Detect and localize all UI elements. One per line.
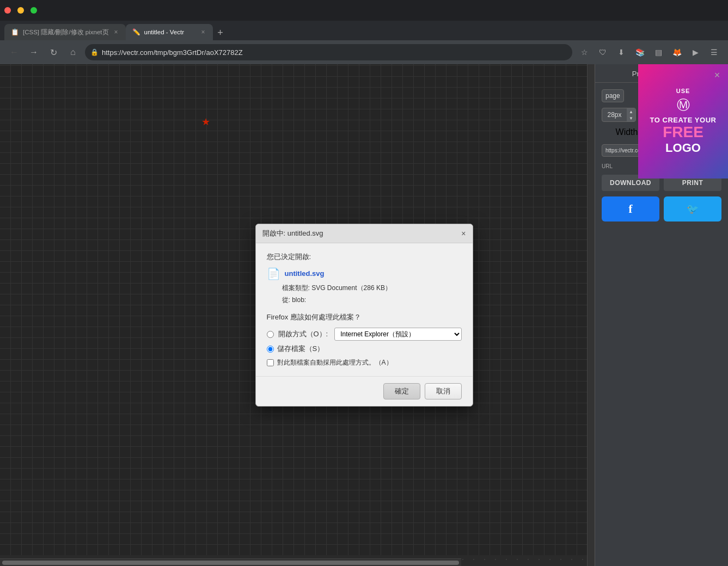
dialog-body: 您已決定開啟: 📄 untitled.svg 檔案類型: SVG Documen… <box>256 243 473 376</box>
forward-button[interactable]: → <box>26 45 41 60</box>
auto-checkbox-row: 對此類檔案自動採用此處理方式。（A） <box>267 358 462 367</box>
download-icon[interactable]: ⬇ <box>614 45 629 60</box>
dialog-question: Firefox 應該如何處理此檔案？ <box>267 312 462 322</box>
title-bar-controls <box>4 7 37 14</box>
dialog-decided-label: 您已決定開啟: <box>267 252 462 262</box>
tab1-favicon: 📋 <box>11 28 19 36</box>
tab1-close-button[interactable]: × <box>113 27 119 37</box>
browser-tab-2[interactable]: ✏️ untitled - Vectr × <box>126 24 213 40</box>
home-button[interactable]: ⌂ <box>65 45 81 60</box>
dialog-close-button[interactable]: × <box>461 229 466 238</box>
dialog-title-bar: 開啟中: untitled.svg × <box>256 224 473 243</box>
library-icon[interactable]: 📚 <box>632 45 647 60</box>
youtube-icon[interactable]: ▶ <box>688 45 703 60</box>
dialog-overlay: 開啟中: untitled.svg × 您已決定開啟: 📄 untitled.s… <box>0 64 728 566</box>
close-window-button[interactable] <box>30 7 37 14</box>
new-tab-button[interactable]: + <box>213 25 228 40</box>
file-download-dialog: 開啟中: untitled.svg × 您已決定開啟: 📄 untitled.s… <box>255 224 473 407</box>
lock-icon: 🔒 <box>90 48 99 56</box>
browser-frame: 📋 [CSS] 隱藏/刪除/修改 pixnet页 × ✏️ untitled -… <box>0 0 728 566</box>
save-option-label: 儲存檔案（S） <box>277 344 325 354</box>
auto-action-checkbox[interactable] <box>267 359 274 366</box>
save-option-row: 儲存檔案（S） <box>267 344 462 354</box>
title-bar <box>0 0 728 21</box>
dialog-title: 開啟中: untitled.svg <box>262 229 323 238</box>
file-from-label: 從: blob: <box>282 294 462 306</box>
file-meta: 檔案類型: SVG Document（286 KB） 從: blob: <box>282 282 462 306</box>
reload-button[interactable]: ↻ <box>46 45 61 60</box>
back-button[interactable]: ← <box>7 45 22 60</box>
address-bar-container[interactable]: 🔒 <box>85 44 572 60</box>
sidebar-icon[interactable]: ▤ <box>651 45 666 60</box>
address-bar-input[interactable] <box>102 48 567 57</box>
dialog-footer: 確定 取消 <box>256 376 473 406</box>
minimize-button[interactable] <box>4 7 11 14</box>
open-option-row: 開啟方式（O）: Internet Explorer（預設） <box>267 328 462 341</box>
firefox-icon[interactable]: 🦊 <box>669 45 684 60</box>
menu-button[interactable]: ☰ <box>706 45 721 60</box>
confirm-button[interactable]: 確定 <box>383 383 420 399</box>
file-icon: 📄 <box>267 267 280 280</box>
tab-bar: 📋 [CSS] 隱藏/刪除/修改 pixnet页 × ✏️ untitled -… <box>0 21 728 40</box>
auto-checkbox-label: 對此類檔案自動採用此處理方式。（A） <box>277 358 393 367</box>
bookmark-star-icon[interactable]: ☆ <box>577 45 592 60</box>
open-app-select[interactable]: Internet Explorer（預設） <box>334 328 461 341</box>
open-option-label: 開啟方式（O）: <box>278 329 328 339</box>
save-file-radio[interactable] <box>267 346 274 353</box>
tab1-title: [CSS] 隱藏/刪除/修改 pixnet页 <box>23 28 109 36</box>
nav-bar: ← → ↻ ⌂ 🔒 ☆ 🛡 ⬇ 📚 ▤ 🦊 ▶ ☰ <box>0 40 728 64</box>
browser-tab-1[interactable]: 📋 [CSS] 隱藏/刪除/修改 pixnet页 × <box>4 24 126 40</box>
file-name: untitled.svg <box>285 269 325 278</box>
maximize-button[interactable] <box>17 7 24 14</box>
tab2-title: untitled - Vectr <box>144 29 196 35</box>
content-area: ★ × Preview (292.5KB) page <box>0 64 728 566</box>
file-row: 📄 untitled.svg <box>267 267 462 280</box>
open-with-radio[interactable] <box>267 331 274 338</box>
tab2-close-button[interactable]: × <box>200 27 206 37</box>
file-type-label: 檔案類型: SVG Document（286 KB） <box>282 282 462 294</box>
cancel-button[interactable]: 取消 <box>425 383 462 399</box>
shield-icon[interactable]: 🛡 <box>595 45 610 60</box>
nav-extras: ☆ 🛡 ⬇ 📚 ▤ 🦊 ▶ ☰ <box>577 45 721 60</box>
tab2-favicon: ✏️ <box>132 28 140 36</box>
